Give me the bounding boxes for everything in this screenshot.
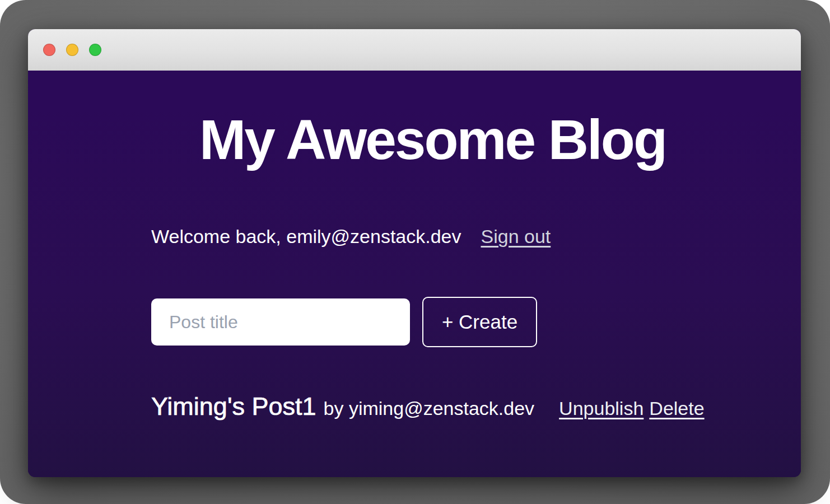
desktop-backdrop: My Awesome Blog Welcome back, emily@zens… — [0, 0, 830, 504]
post-title: Yiming's Post1 — [151, 392, 316, 421]
post-list-item: Yiming's Post1 by yiming@zenstack.dev Un… — [151, 392, 714, 421]
content-column: My Awesome Blog Welcome back, emily@zens… — [28, 110, 801, 421]
post-title-input[interactable] — [151, 298, 410, 346]
zoom-window-button[interactable] — [89, 44, 101, 56]
minimize-window-button[interactable] — [66, 44, 78, 56]
user-bar: Welcome back, emily@zenstack.dev Sign ou… — [151, 224, 714, 249]
unpublish-link[interactable]: Unpublish — [559, 398, 644, 419]
welcome-text: Welcome back, emily@zenstack.dev — [151, 224, 461, 249]
blog-app: My Awesome Blog Welcome back, emily@zens… — [28, 110, 801, 477]
create-post-button[interactable]: + Create — [422, 297, 537, 347]
page-title: My Awesome Blog — [151, 110, 714, 169]
close-window-button[interactable] — [43, 44, 55, 56]
sign-out-link[interactable]: Sign out — [481, 224, 551, 249]
app-window: My Awesome Blog Welcome back, emily@zens… — [28, 29, 801, 477]
create-post-form: + Create — [151, 297, 714, 347]
window-titlebar — [28, 29, 801, 71]
post-author-line: by yiming@zenstack.dev — [324, 398, 535, 419]
delete-link[interactable]: Delete — [649, 398, 704, 419]
